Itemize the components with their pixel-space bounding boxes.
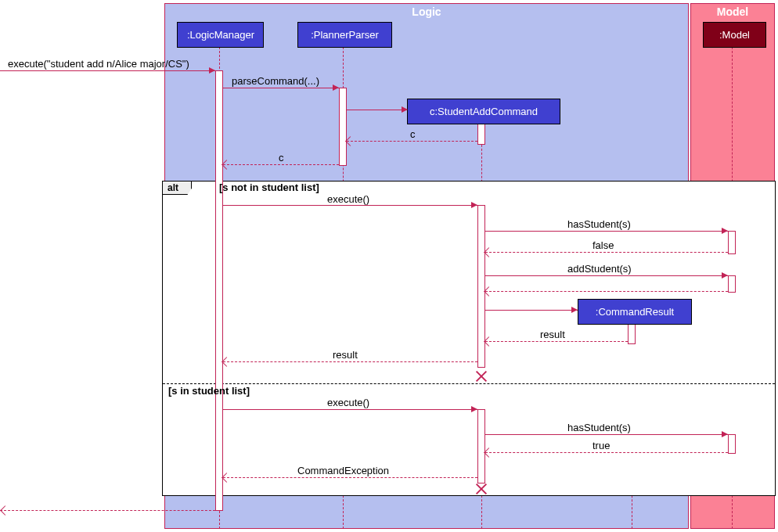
msg-parsecommand-line (223, 88, 339, 88)
alt-fragment: alt (162, 181, 776, 496)
msg-return-c2-line (223, 164, 339, 165)
msg-execute1-head (471, 202, 477, 208)
msg-hasstudent2-line (485, 434, 728, 435)
msg-result2-line (223, 361, 477, 362)
participant-logicmanager: :LogicManager (177, 22, 264, 48)
msg-return-c2: c (279, 152, 284, 164)
msg-execute2-head (471, 406, 477, 412)
alt-guard2: [s in student list] (168, 385, 250, 397)
msg-execute-initial-head (209, 67, 215, 74)
package-logic-title: Logic (165, 5, 688, 18)
activation-model-has1 (728, 231, 736, 254)
activation-sac-create (477, 121, 485, 145)
msg-execute-initial: execute("student add n/Alice major/CS") (8, 58, 189, 70)
msg-true-line (485, 452, 728, 453)
msg-execute2: execute() (327, 397, 369, 408)
msg-execute1-line (223, 205, 477, 206)
destroy-sac1 (475, 370, 488, 383)
msg-return-c1: c (410, 128, 416, 140)
msg-addstudent-return-line (485, 291, 728, 292)
msg-parsecommand-head (333, 84, 339, 91)
msg-execute1: execute() (327, 193, 369, 205)
msg-result2: result (333, 349, 358, 361)
msg-create-sac-head (402, 106, 408, 113)
msg-result1: result (540, 329, 565, 340)
msg-commandexception: CommandException (297, 465, 389, 476)
msg-result1-line (485, 341, 628, 342)
msg-parsecommand: parseCommand(...) (232, 75, 319, 87)
activation-sac-exec1 (477, 205, 485, 368)
msg-hasstudent2: hasStudent(s) (567, 422, 631, 433)
msg-create-sac-line (347, 110, 408, 110)
alt-guard1: [s not in student list] (219, 182, 319, 193)
sequence-diagram: Logic Model :LogicManager :PlannerParser… (0, 0, 778, 532)
msg-final-return-head (0, 505, 10, 516)
participant-model: :Model (703, 22, 766, 48)
destroy-sac2 (475, 483, 488, 495)
msg-create-cr-head (571, 307, 578, 313)
package-model-title: Model (691, 5, 774, 18)
msg-false: false (593, 239, 614, 251)
msg-hasstudent1-line (485, 231, 728, 232)
msg-create-cr-line (485, 310, 578, 311)
activation-sac-exec2 (477, 409, 485, 483)
msg-execute2-line (223, 409, 477, 410)
msg-hasstudent1-head (722, 228, 728, 234)
activation-logicmanager (215, 70, 223, 511)
alt-tag: alt (163, 182, 192, 195)
msg-addstudent-line (485, 275, 728, 276)
alt-divider (163, 383, 775, 384)
msg-return-c1-line (347, 141, 477, 142)
participant-plannerparser: :PlannerParser (297, 22, 392, 48)
msg-execute-initial-line (0, 70, 215, 71)
activation-plannerparser (339, 88, 347, 166)
msg-commandexception-line (223, 477, 477, 478)
msg-false-line (485, 252, 728, 253)
activation-model-has2 (728, 434, 736, 454)
msg-addstudent-head (722, 272, 728, 279)
msg-true: true (593, 440, 610, 451)
msg-hasstudent1: hasStudent(s) (567, 218, 631, 230)
participant-commandresult: :CommandResult (578, 299, 692, 325)
msg-final-return-line (0, 510, 215, 511)
activation-model-add (728, 275, 736, 293)
participant-studentaddcommand: c:StudentAddCommand (407, 99, 560, 124)
msg-hasstudent2-head (722, 431, 728, 437)
msg-addstudent: addStudent(s) (567, 263, 632, 275)
